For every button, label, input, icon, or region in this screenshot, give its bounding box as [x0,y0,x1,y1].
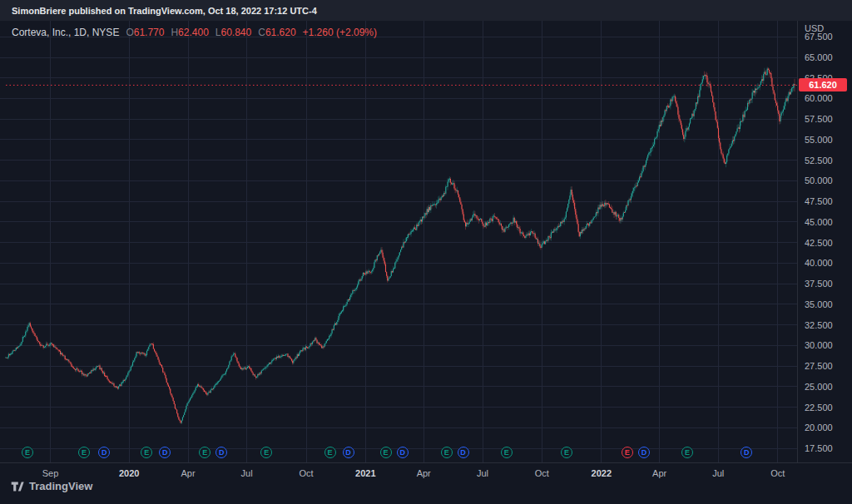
publish-text: SimonBriere published on TradingView.com… [12,6,317,16]
tradingview-brand: TradingView [29,480,92,492]
dividend-icon[interactable]: D [741,447,752,458]
price-tick-label: 32.500 [805,320,833,330]
chart-stage: Corteva, Inc., 1D, NYSE O61.770 H62.400 … [0,21,852,504]
price-tick-label: 65.000 [805,52,833,62]
tradingview-attribution[interactable]: TradingView [10,479,92,493]
earnings-icon[interactable]: E [561,447,572,458]
price-tick-label: 55.000 [805,135,833,145]
price-tick-label: 17.500 [805,443,833,453]
earnings-icon[interactable]: E [380,447,392,458]
price-tick-label: 27.500 [805,361,833,371]
earnings-icon[interactable]: E [260,447,272,458]
earnings-icon[interactable]: E [681,447,693,458]
event-markers: EEDEDEDEEDEDEDEEEDED [0,21,797,483]
earnings-icon[interactable]: E [22,447,33,458]
price-tick-label: 47.500 [805,196,833,206]
dividend-icon[interactable]: D [343,447,354,458]
dividend-icon[interactable]: D [98,447,110,458]
publish-banner: SimonBriere published on TradingView.com… [0,0,852,21]
earnings-icon[interactable]: E [141,447,152,458]
last-price-label: 61.620 [799,78,847,91]
tradingview-logo-icon [10,479,24,493]
price-tick-label: 67.500 [805,32,833,42]
price-tick-label: 37.500 [805,279,833,289]
price-tick-label: 42.500 [805,238,833,248]
earnings-icon[interactable]: E [324,447,336,458]
dividend-icon[interactable]: D [458,447,469,458]
price-tick-label: 25.000 [805,382,833,392]
price-tick-label: 30.000 [805,340,833,350]
earnings-icon[interactable]: E [622,447,633,458]
earnings-icon[interactable]: E [501,447,513,458]
earnings-icon[interactable]: E [78,447,90,458]
price-tick-label: 20.000 [805,422,833,432]
price-tick-label: 45.000 [805,217,833,227]
dividend-icon[interactable]: D [159,447,171,458]
earnings-icon[interactable]: E [199,447,211,458]
price-tick-label: 40.000 [805,258,833,268]
price-tick-label: 57.500 [805,114,833,124]
price-tick-label: 22.500 [805,403,833,413]
dividend-icon[interactable]: D [215,447,227,458]
price-tick-label: 50.000 [805,175,833,185]
price-tick-label: 35.000 [805,299,833,309]
price-tick-label: 52.500 [805,156,833,166]
dividend-icon[interactable]: D [638,447,650,458]
price-tick-label: 60.000 [805,93,833,103]
dividend-icon[interactable]: D [397,447,409,458]
earnings-icon[interactable]: E [441,447,453,458]
